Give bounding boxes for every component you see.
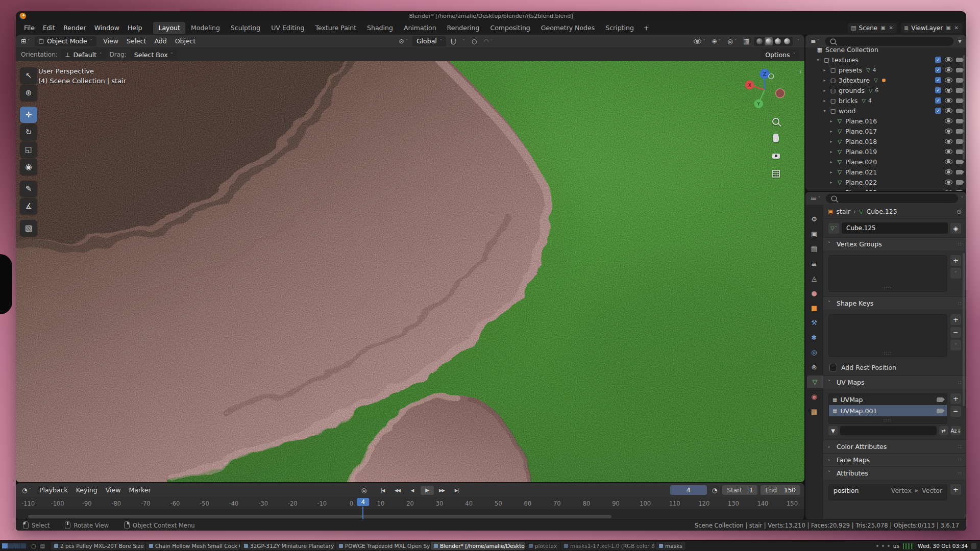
- resize-grip[interactable]: ∷∷: [884, 418, 892, 423]
- falloff-dropdown[interactable]: ◠˅: [481, 36, 495, 46]
- camera-icon[interactable]: [956, 98, 963, 103]
- properties-tab-view-layer[interactable]: ≣: [805, 257, 823, 270]
- expand-arrow-icon[interactable]: ▸: [822, 78, 827, 83]
- properties-tab-object[interactable]: ■: [805, 302, 823, 314]
- outliner-row-textures[interactable]: ▾▢textures✓: [805, 55, 966, 65]
- invert-filter-button[interactable]: ⇄: [939, 426, 948, 435]
- keyboard-layout[interactable]: us: [893, 543, 899, 549]
- eye-icon[interactable]: [945, 118, 952, 123]
- tab-animation[interactable]: Animation: [399, 22, 442, 34]
- section-color-attributes[interactable]: › Color Attributes ∷: [823, 440, 966, 453]
- snapping-dropdown[interactable]: ˅: [460, 36, 467, 46]
- tool-annotate[interactable]: ✎: [20, 181, 37, 197]
- eye-icon[interactable]: [945, 108, 952, 113]
- list-filter-field[interactable]: [840, 426, 937, 435]
- eye-icon[interactable]: [945, 78, 952, 83]
- frame-start-field[interactable]: Start 1: [722, 485, 757, 495]
- navigation-gizmo[interactable]: Z X Y: [742, 67, 787, 112]
- camera-icon[interactable]: [956, 190, 963, 191]
- transform-pivot-dropdown[interactable]: ⊙˅: [397, 36, 410, 46]
- expand-arrow-icon[interactable]: ▸: [828, 160, 834, 164]
- tab-layout[interactable]: Layout: [153, 22, 185, 34]
- filter-icon[interactable]: ▼: [957, 39, 963, 44]
- sort-button[interactable]: Az↓: [951, 426, 961, 435]
- chevron-down-icon[interactable]: ˅: [961, 196, 964, 201]
- shield-icon[interactable]: ◈: [950, 223, 961, 234]
- taskbar-window-button[interactable]: 2 pcs Pulley MXL-20T Bore Size 4/...: [51, 542, 145, 550]
- tab-sculpting[interactable]: Sculpting: [226, 22, 265, 34]
- camera-icon[interactable]: [956, 160, 963, 164]
- timeline-menu-playback[interactable]: Playback: [35, 485, 72, 495]
- tool-add-cube[interactable]: ▧: [20, 220, 37, 236]
- viewport-menu-add[interactable]: Add: [150, 36, 170, 46]
- timeline-menu-keying[interactable]: Keying: [72, 485, 102, 495]
- checkbox[interactable]: ✓: [935, 77, 941, 83]
- expand-arrow-icon[interactable]: ▸: [828, 119, 834, 123]
- eye-icon[interactable]: [945, 57, 952, 62]
- orientation-dropdown[interactable]: Global ˅: [412, 36, 446, 46]
- outliner-row-plane-021[interactable]: ▸▽Plane.021: [805, 167, 966, 177]
- frame-end-field[interactable]: End 150: [761, 485, 800, 495]
- gizmos-dropdown[interactable]: ⊕˅: [710, 36, 723, 46]
- viewport-canvas[interactable]: User Perspective (4) Scene Collection | …: [16, 61, 804, 482]
- tab-uv-editing[interactable]: UV Editing: [266, 22, 309, 34]
- shape-keys-list[interactable]: ∷∷: [828, 314, 947, 357]
- shading-solid-button[interactable]: [765, 37, 773, 45]
- menu-edit[interactable]: Edit: [39, 23, 59, 33]
- eye-icon[interactable]: [945, 169, 952, 174]
- new-view-layer-button[interactable]: ▣: [945, 25, 951, 31]
- new-scene-button[interactable]: ▣: [880, 25, 886, 31]
- menu-window[interactable]: Window: [90, 23, 124, 33]
- camera-icon[interactable]: [937, 409, 943, 413]
- pan-button[interactable]: [771, 134, 781, 144]
- tray-icon[interactable]: [876, 545, 878, 547]
- scene-selector[interactable]: ▤ Scene ▣ ✕: [848, 23, 897, 33]
- workspace-1[interactable]: [2, 543, 8, 548]
- taskbar-window-button[interactable]: Blender* [/home/amalie/Desktop/ble...: [431, 542, 525, 550]
- expand-arrow-icon[interactable]: ▸: [822, 88, 827, 93]
- timeline-menu-marker[interactable]: Marker: [125, 485, 155, 495]
- properties-search[interactable]: [826, 194, 958, 203]
- play-button[interactable]: ▶: [421, 486, 434, 495]
- visibility-dropdown[interactable]: ˅: [692, 36, 707, 46]
- vertex-group-specials-button[interactable]: ˅: [950, 268, 961, 279]
- workspace-4[interactable]: [20, 543, 26, 548]
- tab-geometry-nodes[interactable]: Geometry Nodes: [536, 22, 600, 34]
- outliner-row-plane-019[interactable]: ▸▽Plane.019: [805, 146, 966, 157]
- outliner-row-bricks[interactable]: ▸▢bricks▽4✓: [805, 95, 966, 106]
- taskbar-window-button[interactable]: Chain Hollow Mesh Small Cock Ca...: [146, 542, 240, 550]
- resize-grip[interactable]: ∷∷: [884, 286, 892, 291]
- outliner-row-plane-018[interactable]: ▸▽Plane.018: [805, 136, 966, 146]
- outliner-row-plane-020[interactable]: ▸▽Plane.020: [805, 157, 966, 167]
- timeline-menu-view[interactable]: View: [102, 485, 125, 495]
- camera-icon[interactable]: [956, 180, 963, 185]
- outliner-row-plane-017[interactable]: ▸▽Plane.017: [805, 126, 966, 136]
- properties-tab-texture[interactable]: ▦: [805, 405, 823, 418]
- outliner-row-wood[interactable]: ▾▢wood✓: [805, 106, 966, 116]
- snapping-toggle[interactable]: ⋃: [449, 36, 458, 46]
- workspace-2[interactable]: [8, 543, 14, 548]
- add-vertex-group-button[interactable]: +: [950, 255, 961, 266]
- expand-arrow-icon[interactable]: ▾: [822, 109, 827, 113]
- viewport-menu-select[interactable]: Select: [122, 36, 151, 46]
- outliner-scrollbar[interactable]: [963, 55, 965, 160]
- browse-mesh-button[interactable]: ▽˅: [828, 223, 839, 234]
- camera-icon[interactable]: [956, 170, 963, 174]
- preview-range-toggle[interactable]: ◔: [710, 485, 719, 495]
- shading-material-button[interactable]: [774, 37, 782, 45]
- eye-icon[interactable]: [945, 88, 952, 93]
- section-attributes[interactable]: ˅ Attributes ∷: [823, 467, 966, 480]
- tool-select-box[interactable]: ↖: [20, 67, 37, 84]
- outliner-row-scene-collection[interactable]: ▦Scene Collection: [805, 47, 966, 55]
- orthographic-toggle-button[interactable]: [771, 168, 781, 179]
- taskbar-window-button[interactable]: masks1-17.xcf-1.0 (RGB color 8-bit...: [561, 542, 655, 550]
- eye-icon[interactable]: [945, 190, 952, 191]
- outliner-editor-type-button[interactable]: ≡˅: [808, 36, 822, 46]
- menu-file[interactable]: File: [20, 23, 39, 33]
- expand-arrow-icon[interactable]: ▾: [815, 58, 821, 62]
- editor-type-button[interactable]: ⊞˅: [19, 36, 32, 46]
- viewport-scene[interactable]: [16, 61, 804, 482]
- playhead-frame-badge[interactable]: 4: [357, 498, 369, 506]
- properties-tab-scene[interactable]: ◬: [805, 272, 823, 285]
- uv-specials-button[interactable]: ▼: [828, 426, 838, 435]
